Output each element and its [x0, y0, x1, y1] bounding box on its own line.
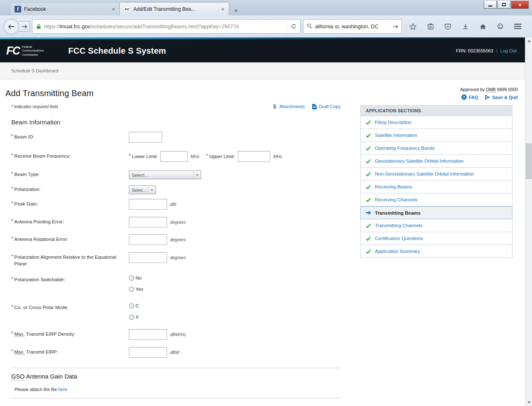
window-controls: × [484, 1, 529, 9]
radio-option-no[interactable]: No [129, 275, 143, 282]
logout-link[interactable]: Log Out [500, 48, 517, 53]
tab-bar: f Facebook × FC Add/Edit Transmitting Be… [0, 0, 532, 15]
search-bar[interactable]: alifornia st, washington, DC [303, 19, 402, 34]
max-eirp-input[interactable] [129, 347, 167, 358]
tab-add-edit-transmitting-beams[interactable]: FC Add/Edit Transmitting Bea... × [120, 2, 229, 15]
separator: | [496, 48, 498, 53]
attach-here-link[interactable]: here [58, 387, 67, 392]
back-button[interactable] [3, 19, 19, 35]
polarization-select[interactable]: Selec... ▼ [129, 186, 156, 194]
bookmarks-menu-icon[interactable] [424, 21, 437, 32]
reload-icon [291, 24, 296, 29]
downloads-icon[interactable] [459, 21, 472, 32]
close-tab-icon[interactable]: × [110, 6, 117, 12]
breadcrumb[interactable]: Schedule S Dashboard [11, 68, 58, 73]
tab-title: Add/Edit Transmitting Bea... [133, 6, 217, 12]
faq-link[interactable]: ? FAQ [461, 94, 478, 100]
exit-icon [485, 95, 490, 100]
co-cross-polar-options: C X [129, 302, 139, 325]
sidebar-item-satellite-information[interactable]: Satellite Information [360, 129, 512, 142]
maximize-button[interactable] [498, 1, 510, 9]
field-row-peak-gain: *Peak Gain: dBi [11, 199, 176, 210]
lower-limit-input[interactable] [160, 151, 187, 162]
hello-smiley-icon[interactable] [494, 21, 507, 32]
page-scrollbar[interactable] [525, 37, 532, 406]
beam-id-input[interactable] [129, 132, 162, 143]
minimize-button[interactable] [484, 1, 497, 9]
sidebar-item-operating-frequency-bands[interactable]: Operating Frequency Bands [360, 142, 512, 155]
scroll-up-arrow[interactable] [525, 37, 532, 45]
check-icon [366, 120, 372, 125]
sidebar-item-geostationary-orbital-info[interactable]: Geostationary Satellite Orbital Informat… [360, 155, 512, 168]
polarization-label: Polarization: [14, 186, 40, 193]
close-tab-icon[interactable]: × [219, 6, 226, 12]
polarization-alignment-label: Polarization Alignment Relative to the E… [14, 254, 118, 267]
scrollbar-thumb[interactable] [526, 144, 532, 179]
close-window-button[interactable]: × [511, 1, 529, 9]
sidebar-item-receiving-beams[interactable]: Receiving Beams [360, 181, 512, 193]
radio-option-c[interactable]: C [129, 302, 139, 309]
upper-limit-label: Upper Limit: [209, 153, 235, 160]
attachments-link[interactable]: Attachments [272, 104, 305, 109]
menu-hamburger-icon[interactable] [511, 21, 524, 32]
application-sections-panel: APPLICATION SECTIONS Filing Description … [360, 105, 512, 258]
antenna-rotational-error-input[interactable] [129, 234, 167, 245]
bookmark-star-icon[interactable] [406, 21, 419, 32]
check-icon [366, 172, 372, 176]
tab-title: Facebook [24, 6, 107, 12]
breadcrumb-bar: Schedule S Dashboard [0, 62, 525, 79]
radio-button-icon[interactable] [129, 303, 134, 309]
pocket-icon[interactable] [441, 21, 454, 32]
url-text: https://lmuat.fcc.gov/schedules/secure/a… [44, 24, 287, 30]
polarization-alignment-input[interactable] [129, 252, 167, 263]
gso-antenna-gain-heading: GSO Antenna Gain Data [11, 373, 77, 380]
new-tab-button[interactable]: + [230, 5, 242, 15]
radio-button-icon[interactable] [129, 287, 134, 292]
sidebar-item-non-geostationary-orbital-info[interactable]: Non-Geostationary Satellite Orbital Info… [360, 168, 512, 181]
receive-beam-frequency-label: Receive Beam Frequency: [14, 153, 71, 160]
address-bar[interactable]: https://lmuat.fcc.gov/schedules/secure/a… [32, 19, 300, 34]
search-icon [307, 23, 312, 30]
field-row-beam-id: *Beam ID: [11, 132, 162, 143]
home-icon[interactable] [476, 21, 489, 32]
search-go-icon[interactable] [393, 23, 398, 30]
draft-copy-link[interactable]: Draft Copy [312, 104, 341, 109]
check-icon [366, 159, 372, 163]
sidebar-item-application-summary[interactable]: Application Summary [360, 245, 512, 258]
upper-limit-unit: MHz [273, 151, 282, 159]
antenna-pointing-error-input[interactable] [129, 217, 167, 228]
radio-button-icon[interactable] [129, 275, 134, 281]
save-quit-link[interactable]: Save & Quit [485, 95, 518, 100]
check-icon [366, 223, 372, 228]
field-row-antenna-pointing-error: *Antenna Pointing Error: degrees [11, 217, 186, 228]
sidebar-item-receiving-channels[interactable]: Receiving Channels [360, 193, 512, 206]
max-eirp-density-input[interactable] [129, 329, 167, 340]
search-input-value: alifornia st, washington, DC [315, 24, 390, 30]
beam-type-select[interactable]: Select... ▼ [129, 171, 201, 179]
radio-button-icon[interactable] [129, 314, 134, 320]
forward-button[interactable] [19, 21, 30, 32]
sidebar-item-filing-description[interactable]: Filing Description [360, 116, 512, 129]
browser-chrome: f Facebook × FC Add/Edit Transmitting Be… [0, 0, 532, 37]
radio-option-x[interactable]: X [129, 314, 139, 321]
check-icon [366, 146, 372, 151]
antenna-rotational-error-label: Antenna Rotational Error: [14, 236, 68, 243]
upper-limit-input[interactable] [238, 151, 270, 162]
gso-abbr: GSO [11, 373, 25, 380]
reload-button[interactable] [287, 20, 300, 33]
sidebar-item-transmitting-beams[interactable]: Transmitting Beams [360, 206, 512, 219]
field-row-max-transmit-eirp: *Max. Transmit EIRP: dBW [11, 347, 180, 358]
sidebar-item-transmitting-channels[interactable]: Transmitting Channels [360, 219, 512, 232]
navigation-toolbar: https://lmuat.fcc.gov/schedules/secure/a… [0, 15, 532, 38]
sidebar-item-certification-questions[interactable]: Certification Questions [360, 232, 512, 245]
radio-option-yes[interactable]: Yes [129, 286, 143, 293]
tab-facebook[interactable]: f Facebook × [10, 2, 120, 15]
lower-limit-unit: MHz [190, 151, 200, 159]
faq-icon: ? [461, 94, 467, 100]
back-icon [8, 24, 15, 29]
scroll-down-arrow[interactable] [525, 399, 532, 406]
field-row-beam-type: *Beam Type: Select... ▼ [11, 169, 201, 179]
document-icon [312, 104, 317, 109]
facebook-icon: f [15, 6, 21, 12]
peak-gain-input[interactable] [129, 199, 167, 210]
